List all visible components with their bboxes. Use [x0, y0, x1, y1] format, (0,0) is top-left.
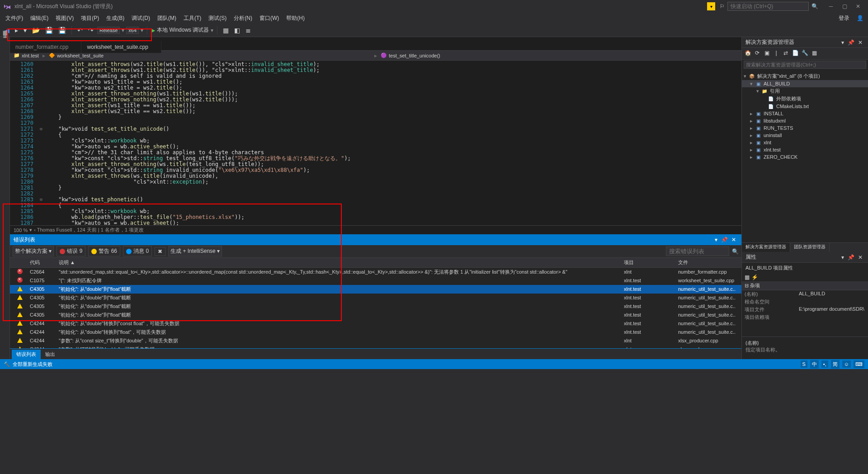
output-tab[interactable]: 输出 — [41, 350, 60, 359]
document-tab[interactable]: number_formatter.cpp — [10, 41, 81, 53]
categorize-icon[interactable]: ▦ — [745, 274, 750, 280]
property-row[interactable]: (名称)ALL_BUILD — [742, 290, 868, 298]
maximize-button[interactable]: ▢ — [838, 3, 851, 9]
collapse-icon[interactable]: ▣ — [763, 50, 771, 58]
error-row[interactable]: C4305"初始化": 从"double"到"float"截断xlnt.test… — [10, 302, 741, 311]
panel-dropdown-icon[interactable]: ▾ — [840, 39, 846, 46]
menu-编辑(E)[interactable]: 编辑(E) — [27, 14, 52, 22]
tree-item[interactable]: ▸▣xlnt.test — [742, 146, 868, 153]
nav-back-button[interactable]: ◀ — [3, 26, 11, 35]
menu-文件(F)[interactable]: 文件(F) — [2, 14, 27, 22]
tree-item[interactable]: 📄外部依赖项 — [742, 95, 868, 103]
sign-in-link[interactable]: 登录 — [839, 14, 854, 22]
property-row[interactable]: 项目文件E:\programer document\SDR\ — [742, 306, 868, 313]
panel-close-icon[interactable]: ✕ — [730, 237, 738, 243]
menu-视图(V)[interactable]: 视图(V) — [52, 14, 77, 22]
tab-solution-explorer[interactable]: 解决方案资源管理器 — [742, 243, 790, 252]
search-icon[interactable]: 🔍 — [811, 3, 818, 9]
errors-filter-button[interactable]: 错误 9 — [57, 246, 85, 256]
ime-icon[interactable]: S — [801, 360, 807, 368]
close-button[interactable]: ✕ — [852, 3, 864, 9]
nav-fwd-button[interactable]: ▸ — [13, 26, 20, 35]
alphabetize-icon[interactable]: ⚡ — [751, 274, 758, 280]
menu-生成(B)[interactable]: 生成(B) — [103, 14, 128, 22]
redo-button[interactable]: ↷ — [86, 26, 95, 35]
output-tab[interactable]: 错误列表 — [12, 350, 41, 359]
tab-team-explorer[interactable]: 团队资源管理器 — [790, 243, 830, 252]
error-row[interactable]: C4244"初始化": 从"double"转换到"const float"，可能… — [10, 319, 741, 328]
error-row[interactable]: C4244"参数": 从"const size_t"转换到"double"，可能… — [10, 337, 741, 345]
tree-item[interactable]: ▸▣INSTALL — [742, 110, 868, 117]
panel-close-icon[interactable]: ✕ — [856, 39, 864, 46]
code-editor[interactable]: 1260126112621263126412651266126712681269… — [10, 61, 741, 225]
open-button[interactable]: 📂 — [30, 26, 42, 35]
start-debug-button[interactable]: ▶ — [151, 27, 155, 33]
tree-item[interactable]: ▾▣ALL_BUILD — [742, 80, 868, 87]
save-all-button[interactable]: 💾 — [57, 26, 68, 35]
bc-ns[interactable]: 📁 xlnt.test — [10, 52, 42, 58]
error-scope-combo[interactable]: 整个解决方案 ▾ — [13, 246, 54, 256]
tree-item[interactable]: ▸▣uninstall — [742, 132, 868, 139]
error-search-input[interactable] — [666, 246, 729, 256]
tree-item[interactable]: ▾📁引用 — [742, 87, 868, 95]
undo-button[interactable]: ↶ — [75, 26, 85, 35]
menu-窗口(W)[interactable]: 窗口(W) — [256, 14, 283, 22]
error-row[interactable]: C4305"初始化": 从"double"到"float"截断xlnt.test… — [10, 285, 741, 294]
bc-func[interactable]: 🟣 test_set_title_unicode() — [377, 52, 444, 58]
props-category[interactable]: ⊟ 杂项 — [742, 281, 868, 290]
panel-pin-icon[interactable]: 📌 — [846, 39, 856, 46]
preview-icon[interactable]: ▦ — [810, 50, 818, 58]
build-filter-combo[interactable]: 生成 + IntelliSense ▾ — [168, 246, 222, 256]
tool-btn-2[interactable]: ◧ — [232, 26, 242, 35]
error-row[interactable]: C2664"std::unordered_map,std::equal_to<_… — [10, 268, 741, 276]
feedback-icon[interactable]: ▾ — [707, 2, 715, 10]
tool-btn-1[interactable]: ▦ — [221, 26, 231, 35]
document-tab[interactable]: worksheet_test_suite.cpp — [81, 41, 161, 53]
notification-icon[interactable]: ⚐ — [720, 3, 725, 9]
property-row[interactable]: 根命名空间 — [742, 298, 868, 306]
col-proj[interactable]: 项目 — [624, 259, 678, 266]
tool-btn-3[interactable]: ≣ — [244, 26, 253, 35]
show-all-icon[interactable]: 📄 — [791, 50, 799, 58]
debugger-label[interactable]: 本地 Windows 调试器 — [157, 26, 209, 34]
new-button[interactable]: ▾ — [22, 26, 28, 35]
col-code[interactable]: 代码 — [30, 259, 57, 266]
menu-测试(S)[interactable]: 测试(S) — [205, 14, 230, 22]
warnings-filter-button[interactable]: 警告 66 — [88, 246, 120, 256]
solution-root[interactable]: ▾📦解决方案"xlnt_all" (8 个项目) — [742, 72, 868, 80]
home-icon[interactable]: 🏠 — [744, 50, 752, 58]
tree-item[interactable]: ▸▣xlnt — [742, 139, 868, 146]
properties-icon[interactable]: 🔧 — [801, 50, 809, 58]
save-button[interactable]: 💾 — [43, 26, 55, 35]
zoom-level[interactable]: 100 % — [14, 228, 28, 233]
menu-项目(P)[interactable]: 项目(P) — [77, 14, 103, 22]
refresh-icon[interactable]: ⟳ — [753, 50, 761, 58]
tree-item[interactable]: ▸▣libstudxml — [742, 117, 868, 124]
solution-search-input[interactable] — [744, 61, 866, 69]
menu-帮助(H)[interactable]: 帮助(H) — [283, 14, 308, 22]
col-file[interactable]: 文件 — [678, 259, 741, 266]
panel-dropdown-icon[interactable]: ▾ — [713, 237, 719, 243]
tree-item[interactable]: ▸▣RUN_TESTS — [742, 124, 868, 132]
tree-item[interactable]: ▸▣ZERO_CHECK — [742, 153, 868, 161]
sync-icon[interactable]: ⇄ — [782, 50, 790, 58]
tree-item[interactable]: 📄CMakeLists.txt — [742, 103, 868, 110]
quick-launch-input[interactable] — [727, 2, 809, 11]
col-desc[interactable]: 说明 ▲ — [57, 259, 624, 266]
error-row[interactable]: C4305"初始化": 从"double"到"float"截断xlnt.test… — [10, 311, 741, 319]
error-row[interactable]: C4305"初始化": 从"double"到"float"截断xlnt.test… — [10, 294, 741, 302]
account-icon[interactable]: 👤 — [854, 15, 866, 21]
error-row[interactable]: C4244"参数": 从"T"转换到"double"，可能丢失数据xlntxls… — [10, 345, 741, 348]
minimize-button[interactable]: ─ — [825, 3, 837, 9]
messages-filter-button[interactable]: 消息 0 — [123, 246, 152, 256]
platform-combo[interactable]: x64 — [126, 27, 139, 34]
lang-icon[interactable]: 中 — [810, 360, 819, 369]
config-combo[interactable]: Release — [97, 27, 120, 34]
menu-团队(M)[interactable]: 团队(M) — [154, 14, 180, 22]
error-row[interactable]: C1075"{": 未找到匹配令牌xlnt.testworksheet_test… — [10, 276, 741, 285]
menu-分析(N)[interactable]: 分析(N) — [230, 14, 256, 22]
bc-class[interactable]: 🔶 worksheet_test_suite — [45, 52, 374, 58]
property-row[interactable]: 项目依赖项 — [742, 313, 868, 321]
error-row[interactable]: C4244"初始化": 从"double"转换到"float"，可能丢失数据xl… — [10, 328, 741, 337]
panel-pin-icon[interactable]: 📌 — [719, 237, 730, 243]
